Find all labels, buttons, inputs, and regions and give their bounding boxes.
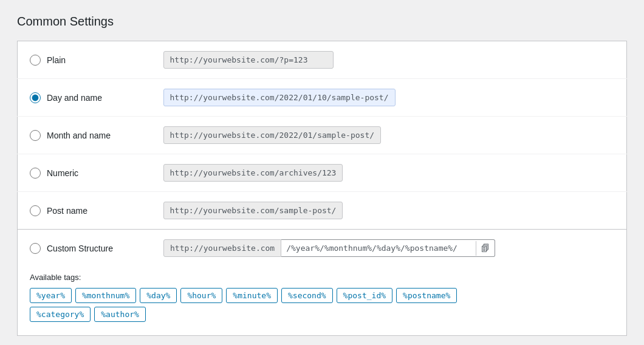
label-day-and-name[interactable]: Day and name: [30, 92, 151, 103]
label-text-numeric: Numeric: [47, 168, 78, 178]
custom-structure-input[interactable]: [281, 240, 476, 256]
tag-button-year[interactable]: %year%: [30, 288, 72, 303]
option-row-day-and-name: Day and namehttp://yourwebsite.com/2022/…: [18, 79, 627, 117]
url-display-post-name: http://yourwebsite.com/sample-post/: [163, 202, 343, 219]
tag-button-post_id[interactable]: %post_id%: [337, 288, 392, 303]
option-row-numeric: Numerichttp://yourwebsite.com/archives/1…: [18, 154, 627, 192]
tag-button-second[interactable]: %second%: [281, 288, 333, 303]
url-display-plain: http://yourwebsite.com/?p=123: [163, 51, 334, 69]
label-numeric[interactable]: Numeric: [30, 168, 151, 179]
option-row-month-and-name: Month and namehttp://yourwebsite.com/202…: [18, 117, 627, 154]
label-text-day-and-name: Day and name: [47, 93, 102, 103]
custom-structure-radio[interactable]: [30, 243, 41, 254]
label-post-name[interactable]: Post name: [30, 205, 151, 216]
radio-month-and-name[interactable]: [30, 130, 41, 141]
radio-day-and-name[interactable]: [30, 92, 41, 103]
tag-button-category[interactable]: %category%: [30, 307, 91, 322]
label-text-post-name: Post name: [47, 206, 87, 216]
url-display-month-and-name: http://yourwebsite.com/2022/01/sample-po…: [163, 126, 382, 144]
copy-structure-button[interactable]: 🗐: [476, 241, 495, 256]
option-row-plain: Plainhttp://yourwebsite.com/?p=123: [18, 41, 627, 79]
radio-post-name[interactable]: [30, 205, 41, 216]
page-title: Common Settings: [17, 15, 627, 29]
radio-numeric[interactable]: [30, 168, 41, 179]
custom-input-wrapper: 🗐: [281, 239, 495, 257]
custom-structure-label[interactable]: Custom Structure: [30, 243, 151, 254]
tag-button-day[interactable]: %day%: [140, 288, 177, 303]
custom-structure-row: Custom Structure http://yourwebsite.com …: [18, 230, 626, 267]
radio-plain[interactable]: [30, 55, 41, 66]
label-text-plain: Plain: [47, 55, 66, 65]
label-plain[interactable]: Plain: [30, 55, 151, 66]
label-month-and-name[interactable]: Month and name: [30, 130, 151, 141]
tag-button-postname[interactable]: %postname%: [396, 288, 457, 303]
tag-button-author[interactable]: %author%: [94, 307, 146, 322]
custom-structure-text: Custom Structure: [47, 244, 113, 253]
tags-row-2: %category%%author%: [30, 307, 614, 322]
tag-button-hour[interactable]: %hour%: [180, 288, 222, 303]
label-text-month-and-name: Month and name: [47, 131, 111, 140]
available-tags-label: Available tags:: [30, 273, 614, 282]
permalink-settings-table: Plainhttp://yourwebsite.com/?p=123Day an…: [17, 41, 627, 230]
tags-row-1: %year%%monthnum%%day%%hour%%minute%%seco…: [30, 288, 614, 303]
tag-button-monthnum[interactable]: %monthnum%: [75, 288, 136, 303]
custom-base-url: http://yourwebsite.com: [163, 239, 281, 257]
url-display-day-and-name: http://yourwebsite.com/2022/01/10/sample…: [163, 89, 396, 106]
tag-button-minute[interactable]: %minute%: [226, 288, 278, 303]
tags-section: Available tags: %year%%monthnum%%day%%ho…: [18, 267, 626, 335]
option-row-post-name: Post namehttp://yourwebsite.com/sample-p…: [18, 192, 627, 230]
url-display-numeric: http://yourwebsite.com/archives/123: [163, 164, 343, 182]
